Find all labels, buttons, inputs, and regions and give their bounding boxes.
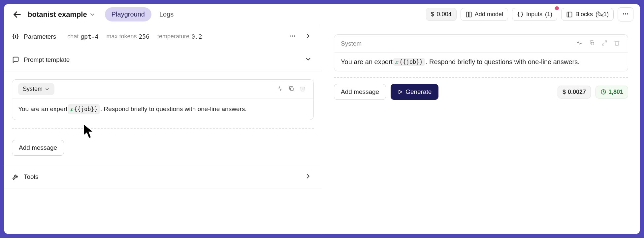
preview-system-message: System You are an expert 𝑥 {{job}} . Res… [334,34,628,71]
ellipsis-icon [289,32,296,40]
preview-expand-button[interactable] [600,39,609,48]
system-message-card: System You are an expert 𝑥 [12,79,314,120]
left-panel: Parameters chat gpt-4 max tokens 256 tem… [4,25,322,234]
prompt-template-body: System You are an expert 𝑥 [4,71,322,146]
generate-button[interactable]: Generate [391,84,438,100]
sliders-icon [12,33,19,40]
copy-icon [589,40,595,46]
tab-playground[interactable]: Playground [105,7,151,21]
prompt-template-collapse-button[interactable] [303,54,314,66]
cost-badge: $ 0.0027 [558,86,591,99]
token-value: 1,801 [608,89,623,96]
delete-message-button[interactable] [298,84,307,95]
prompt-template-title: Prompt template [24,56,70,63]
svg-rect-13 [291,88,293,91]
wrench-icon [12,173,19,180]
message-content[interactable]: You are an expert 𝑥 {{job}} . Respond br… [12,99,313,120]
price-badge: $ 0.004 [426,8,457,21]
svg-point-8 [627,13,628,15]
add-model-button[interactable]: Add model [461,8,508,21]
variable-name: {{job}} [74,105,98,114]
back-button[interactable] [11,8,24,21]
variable-x-icon: 𝑥 [395,59,398,65]
svg-marker-17 [399,90,402,94]
svg-rect-14 [591,42,594,45]
variable-x-icon: 𝑥 [70,105,73,114]
chevron-right-icon [305,173,312,180]
preview-prefix: You are an expert [341,58,393,66]
parameters-title: Parameters [24,33,56,40]
nav-tabs: Playground Logs [105,7,180,21]
add-message-button[interactable]: Add message [12,140,64,156]
collapse-icon [576,40,582,46]
prompt-name[interactable]: botanist example [28,10,96,19]
tools-expand-button[interactable] [303,171,314,183]
svg-point-10 [290,35,291,37]
token-badge: 1,801 [596,86,628,99]
svg-point-7 [625,13,626,15]
preview-suffix: . Respond briefly to questions with one-… [426,58,580,66]
dollar-icon: $ [431,11,434,18]
chevron-right-icon [305,32,312,40]
prompt-name-text: botanist example [28,10,87,19]
generate-label: Generate [405,88,432,96]
preview-variable-name: {{job}} [399,59,423,65]
preview-role-label: System [341,40,571,47]
chevron-down-icon [89,11,96,18]
preview-delete-button[interactable] [613,39,621,48]
divider [12,128,314,129]
notification-dot-icon [555,6,559,10]
inputs-button[interactable]: Inputs (1) [512,8,557,21]
preview-add-message-button[interactable]: Add message [334,84,386,100]
panel-icon [566,11,573,18]
arrow-left-icon [13,10,22,19]
svg-point-12 [294,35,295,37]
preview-copy-button[interactable] [588,39,596,48]
blocks-count-wrap: (1) [596,11,609,18]
svg-point-6 [623,13,624,15]
trash-icon [300,86,306,92]
divider [334,77,628,78]
ellipsis-icon [622,10,629,18]
topbar: botanist example Playground Logs $ 0.004… [4,4,640,25]
message-suffix: . Respond briefly to questions with one-… [100,104,247,114]
parameters-header[interactable]: Parameters chat gpt-4 max tokens 256 tem… [4,25,322,48]
svg-line-16 [602,44,604,45]
chevron-down-icon [305,56,312,63]
cost-value: 0.0027 [568,89,586,96]
parameters-expand-button[interactable] [303,30,314,43]
inputs-count: (1) [545,11,552,18]
preview-collapse-button[interactable] [575,39,584,48]
collapse-message-button[interactable] [275,84,285,95]
price-value: 0.004 [437,11,452,18]
copy-message-button[interactable] [286,84,296,95]
inputs-label: Inputs [526,11,542,18]
prompt-template-header[interactable]: Prompt template [4,48,322,71]
braces-icon [517,11,524,18]
expand-icon [601,40,607,46]
dollar-icon: $ [563,89,566,96]
preview-actions: Add message Generate $ 0.0027 1,801 [334,84,628,100]
trash-icon [614,40,620,46]
play-icon [398,89,403,95]
parameters-summary: chat gpt-4 max tokens 256 temperature 0.… [67,33,202,40]
role-label: System [23,86,43,93]
tools-header[interactable]: Tools [4,165,322,188]
clock-icon [600,89,606,95]
message-icon [12,56,19,63]
more-button[interactable] [618,7,633,21]
svg-rect-3 [567,12,572,17]
copy-icon [288,86,294,92]
blocks-button[interactable]: Blocks (1) [561,8,614,21]
parameters-more-button[interactable] [287,30,298,43]
variable-chip[interactable]: 𝑥 {{job}} [68,104,100,114]
preview-content: You are an expert 𝑥 {{job}} . Respond br… [334,52,628,71]
role-selector[interactable]: System [18,83,54,95]
svg-rect-2 [469,12,471,17]
message-prefix: You are an expert [18,104,67,114]
tab-logs[interactable]: Logs [153,7,180,21]
layout-icon [466,11,472,18]
collapse-icon [277,86,283,92]
blocks-label: Blocks [575,11,593,18]
right-panel: System You are an expert 𝑥 {{job}} . Res… [322,25,640,234]
